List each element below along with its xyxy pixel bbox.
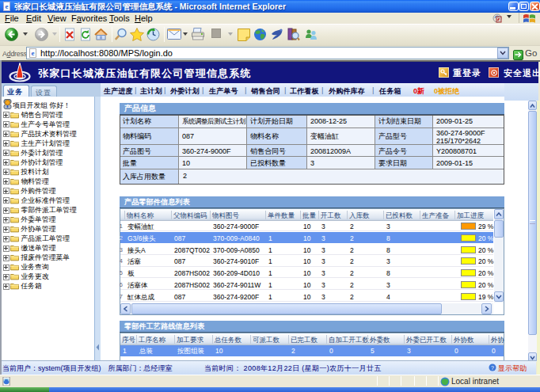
svg-text:?: ? — [491, 365, 494, 371]
svg-text:e: e — [6, 2, 9, 10]
svg-text:e: e — [32, 49, 35, 57]
